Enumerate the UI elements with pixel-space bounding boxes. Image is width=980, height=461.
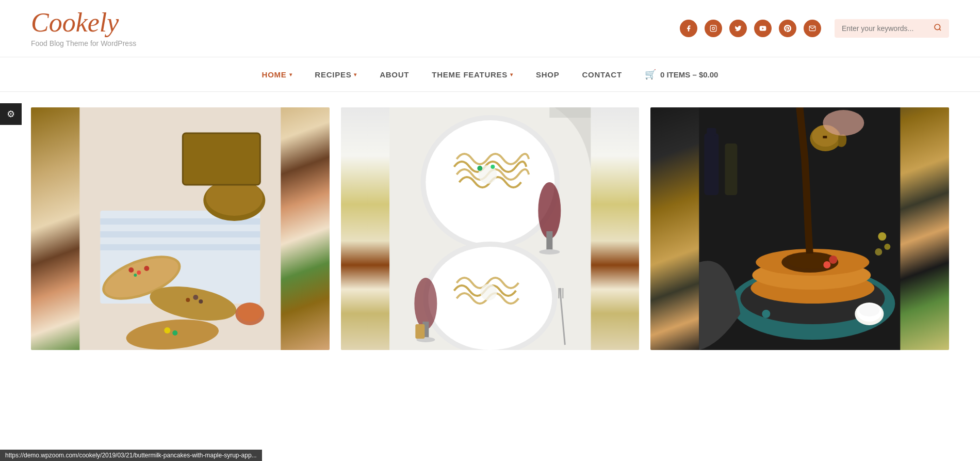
search-button[interactable] — [934, 23, 942, 34]
svg-point-63 — [824, 261, 831, 268]
svg-rect-53 — [549, 107, 591, 118]
svg-rect-10 — [100, 244, 260, 250]
svg-line-5 — [939, 29, 941, 30]
svg-point-37 — [477, 166, 482, 171]
settings-button[interactable]: ⚙ — [0, 103, 22, 125]
nav-item-recipes[interactable]: RECIPES ▾ — [303, 59, 368, 90]
header-left: Cookely Food Blog Theme for WordPress — [31, 9, 136, 47]
nav-item-contact[interactable]: CONTACT — [570, 59, 633, 90]
svg-rect-52 — [415, 324, 424, 339]
svg-point-2 — [715, 26, 715, 27]
svg-point-19 — [193, 295, 198, 300]
svg-rect-66 — [823, 136, 827, 138]
site-logo-area: Cookely Food Blog Theme for WordPress — [31, 9, 136, 47]
search-input[interactable] — [842, 24, 929, 33]
svg-point-15 — [144, 266, 149, 271]
svg-point-16 — [134, 274, 137, 277]
food-card-3[interactable] — [650, 107, 949, 350]
social-icons — [680, 20, 821, 37]
svg-rect-75 — [707, 128, 716, 136]
svg-rect-74 — [705, 133, 719, 195]
site-tagline: Food Blog Theme for WordPress — [31, 39, 136, 47]
svg-point-77 — [762, 310, 771, 318]
svg-point-71 — [878, 232, 887, 241]
main-nav: HOME ▾ RECIPES ▾ ABOUT THEME FEATURES ▾ … — [0, 57, 980, 92]
site-title[interactable]: Cookely — [31, 9, 136, 36]
gear-icon: ⚙ — [7, 108, 15, 120]
nav-item-theme-features[interactable]: THEME FEATURES ▾ — [420, 59, 525, 90]
youtube-icon[interactable] — [754, 20, 772, 37]
facebook-icon[interactable] — [680, 20, 697, 37]
svg-rect-0 — [710, 25, 716, 31]
svg-point-22 — [164, 327, 170, 333]
site-header: Cookely Food Blog Theme for WordPress — [0, 0, 980, 57]
nav-item-about[interactable]: ABOUT — [368, 59, 420, 90]
svg-point-67 — [823, 110, 864, 136]
svg-point-38 — [491, 165, 495, 169]
main-content — [0, 92, 980, 350]
food-card-1[interactable] — [31, 107, 330, 350]
pinterest-icon[interactable] — [779, 20, 796, 37]
svg-point-20 — [199, 299, 203, 304]
cart-icon: 🛒 — [645, 69, 656, 80]
chevron-down-icon: ▾ — [289, 72, 292, 77]
nav-item-shop[interactable]: SHOP — [525, 59, 571, 90]
svg-point-48 — [480, 284, 497, 300]
svg-point-39 — [538, 182, 561, 239]
svg-point-31 — [238, 303, 262, 322]
svg-rect-40 — [546, 231, 552, 252]
search-box — [835, 19, 949, 38]
instagram-icon[interactable] — [705, 20, 722, 37]
svg-point-23 — [172, 330, 177, 336]
svg-point-1 — [712, 27, 715, 30]
svg-point-62 — [829, 256, 838, 264]
header-right — [680, 19, 949, 38]
svg-rect-9 — [100, 231, 260, 237]
chevron-down-icon: ▾ — [510, 72, 513, 77]
food-card-2[interactable] — [341, 107, 640, 350]
svg-point-4 — [935, 24, 940, 30]
nav-item-home[interactable]: HOME ▾ — [251, 59, 304, 90]
svg-rect-76 — [725, 144, 738, 195]
cart-button[interactable]: 🛒 0 ITEMS – $0.00 — [633, 57, 730, 91]
chevron-down-icon: ▾ — [354, 72, 357, 77]
svg-point-70 — [859, 304, 880, 316]
svg-point-73 — [875, 248, 883, 256]
twitter-icon[interactable] — [729, 20, 747, 37]
svg-point-18 — [186, 298, 190, 302]
svg-point-72 — [885, 244, 891, 250]
svg-rect-28 — [183, 133, 260, 185]
svg-point-13 — [128, 267, 134, 273]
email-icon[interactable] — [804, 20, 821, 37]
svg-point-41 — [539, 249, 560, 255]
svg-point-14 — [137, 271, 141, 275]
